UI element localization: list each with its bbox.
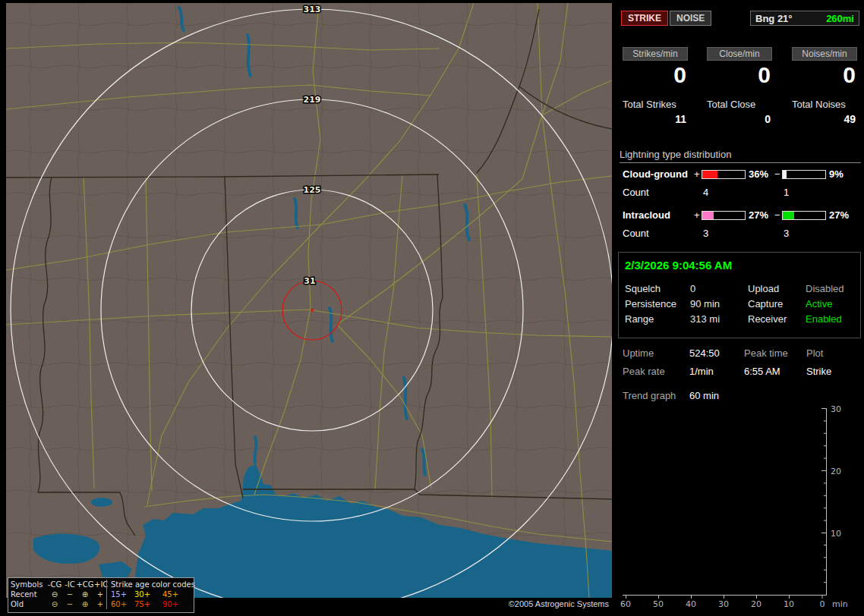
- status-row: Persistence 90 min Capture Active: [619, 298, 860, 312]
- age-15: 15+: [106, 589, 134, 599]
- minus-sign: −: [774, 168, 780, 180]
- bearing-box: Bng 21° 260mi: [750, 11, 859, 26]
- ic-minus-icon: −: [64, 589, 76, 599]
- legend-box: Symbols -CG -IC +CG +IC Strike age color…: [8, 577, 194, 613]
- legend-age-title: Strike age color codes: [106, 580, 188, 589]
- datetime: 2/3/2026 9:04:56 AM: [625, 259, 732, 272]
- legend-recent-row: Recent ⊖ − ⊕ + 15+ 30+ 45+: [11, 589, 191, 599]
- upload-status: Disabled: [806, 283, 844, 294]
- session-stats: Uptime 524:50 Peak time Plot Peak rate 1…: [616, 347, 864, 405]
- distribution-title: Lightning type distribution: [620, 149, 861, 163]
- total-noises-label: Total Noises: [792, 99, 857, 110]
- upload-label: Upload: [748, 283, 779, 294]
- bearing-range: 260mi: [826, 13, 854, 24]
- noise-indicator[interactable]: NOISE: [670, 11, 711, 26]
- status-row: Squelch 0 Upload Disabled: [619, 283, 860, 297]
- intracloud-count-row: Count 3 3: [616, 228, 864, 240]
- uptime-value: 524:50: [689, 347, 720, 359]
- legend-symbols-title: Symbols: [11, 580, 46, 589]
- intracloud-label: Intracloud: [623, 209, 670, 221]
- x-axis-unit: min: [832, 599, 848, 609]
- strike-indicator[interactable]: STRIKE: [621, 11, 668, 26]
- cg-positive-bar: [702, 170, 746, 179]
- capture-label: Capture: [748, 298, 783, 310]
- age-90: 90+: [162, 599, 188, 609]
- trend-graph-value: 60 min: [689, 390, 719, 401]
- cg-negative-bar: [782, 170, 826, 179]
- trend-graph-label: Trend graph: [623, 390, 676, 401]
- plot-label: Plot: [806, 347, 823, 359]
- total-close-value: 0: [707, 113, 772, 125]
- ic-negative-count: 3: [784, 228, 789, 239]
- age-75: 75+: [134, 599, 162, 609]
- cg-positive-pct: 36%: [749, 168, 768, 180]
- strikes-per-min-chip[interactable]: Strikes/min: [623, 47, 688, 61]
- intracloud-row: Intracloud + 27% − 27%: [616, 209, 864, 222]
- ring-label-outer: 313: [304, 5, 321, 14]
- close-per-min-value: 0: [707, 62, 772, 88]
- status-row: Range 313 mi Receiver Enabled: [619, 313, 860, 327]
- count-label: Count: [623, 228, 649, 239]
- squelch-value: 0: [690, 283, 695, 294]
- plus-sign: +: [694, 168, 700, 180]
- legend-col-nic: -IC: [64, 580, 76, 589]
- cloud-ground-label: Cloud-ground: [623, 168, 688, 180]
- close-per-min-chip[interactable]: Close/min: [707, 47, 772, 61]
- peak-rate-label: Peak rate: [623, 366, 665, 377]
- cg-negative-count: 1: [784, 187, 789, 198]
- peak-rate-value: 1/min: [689, 366, 714, 377]
- capture-status: Active: [806, 298, 832, 310]
- count-label: Count: [623, 187, 649, 198]
- age-30: 30+: [134, 589, 162, 599]
- legend-col-pcg: +CG: [76, 580, 94, 589]
- ic-negative-bar: [782, 211, 826, 220]
- cg-minus-icon: ⊖: [46, 599, 64, 609]
- x-tick-40: 40: [686, 599, 696, 609]
- total-noises-value: 49: [792, 113, 857, 125]
- x-tick-30: 30: [718, 599, 729, 609]
- cg-positive-count: 4: [703, 187, 708, 198]
- cloud-ground-count-row: Count 4 1: [616, 187, 864, 199]
- x-tick-10: 10: [784, 599, 794, 609]
- age-60: 60+: [106, 599, 134, 609]
- cg-plus-icon: ⊕: [76, 599, 94, 609]
- receiver-status-box: 2/3/2026 9:04:56 AM Squelch 0 Upload Dis…: [618, 252, 861, 338]
- legend-old-row: Old ⊖ − ⊕ + 60+ 75+ 90+: [11, 599, 191, 609]
- peak-time-label: Peak time: [744, 347, 788, 359]
- minus-sign: −: [774, 209, 780, 221]
- peak-time-value: 6:55 AM: [744, 366, 780, 377]
- persistence-label: Persistence: [625, 298, 676, 310]
- legend-header-row: Symbols -CG -IC +CG +IC Strike age color…: [11, 580, 191, 589]
- receiver-label: Receiver: [748, 313, 787, 325]
- squelch-label: Squelch: [625, 283, 661, 294]
- status-panel: STRIKE NOISE Bng 21° 260mi Strikes/min 0…: [616, 0, 864, 616]
- uptime-label: Uptime: [623, 347, 654, 359]
- lightning-type-distribution: Lightning type distribution Cloud-ground…: [616, 149, 864, 247]
- plot-value: Strike: [806, 366, 831, 377]
- indicator-bar: STRIKE NOISE Bng 21° 260mi: [616, 11, 864, 27]
- trend-graph: 30 20 10 60 50 40 30 20 10 0 min: [616, 405, 864, 616]
- total-strikes-value: 11: [623, 113, 688, 125]
- cg-negative-pct: 9%: [829, 168, 844, 180]
- ring-label-inner: 31: [304, 276, 315, 286]
- plus-sign: +: [694, 209, 700, 221]
- ic-positive-bar: [702, 211, 746, 220]
- lightning-map[interactable]: 313 219 125 31: [6, 3, 612, 598]
- total-close-label: Total Close: [707, 99, 772, 110]
- range-label: Range: [625, 313, 654, 325]
- noises-per-min-value: 0: [792, 62, 857, 88]
- receiver-marker: [311, 309, 314, 312]
- x-tick-60: 60: [620, 599, 631, 609]
- legend-col-pic: +IC: [94, 580, 106, 589]
- legend-recent-label: Recent: [11, 589, 46, 599]
- ic-positive-count: 3: [703, 228, 708, 239]
- y-tick-20: 20: [831, 467, 841, 476]
- total-counters: Total Strikes 11 Total Close 0 Total Noi…: [616, 99, 864, 130]
- total-strikes-label: Total Strikes: [623, 99, 688, 110]
- map-view[interactable]: 313 219 125 31: [6, 3, 612, 598]
- noises-per-min-chip[interactable]: Noises/min: [792, 47, 857, 61]
- age-45: 45+: [162, 589, 188, 599]
- ring-label-125: 125: [304, 185, 321, 195]
- range-value: 313 mi: [690, 313, 720, 325]
- cg-minus-icon: ⊖: [46, 589, 64, 599]
